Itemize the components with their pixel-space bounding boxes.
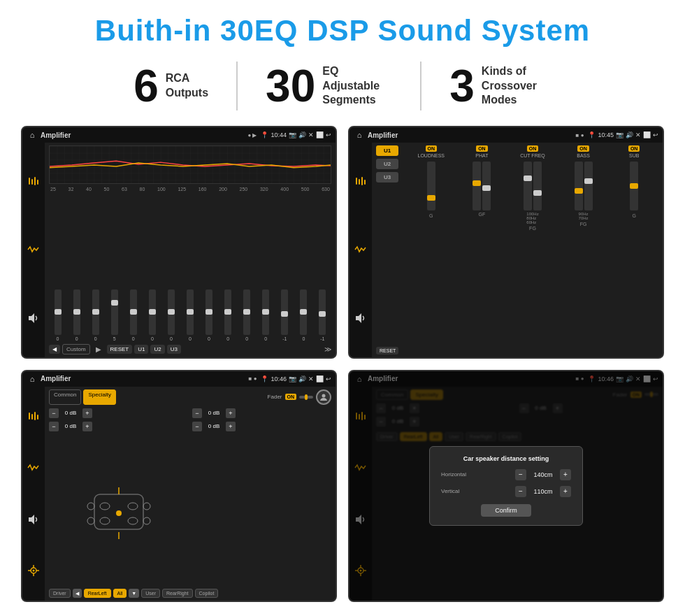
cutfreq-thumb-2	[533, 190, 542, 196]
sub-on[interactable]: ON	[628, 145, 640, 152]
tab-common[interactable]: Common	[49, 389, 81, 405]
bass-label: BASS	[577, 153, 590, 158]
slider-5[interactable]	[149, 289, 156, 335]
phat-slider-2[interactable]	[482, 162, 491, 210]
preset-u3[interactable]: U3	[376, 172, 398, 182]
reset-btn-2[interactable]: RESET	[376, 347, 398, 354]
fader-main: Common Specialty Fader ON	[45, 387, 336, 601]
preset-u1[interactable]: U1	[376, 145, 398, 156]
pin-icon-3: 📍	[261, 375, 268, 382]
dialog-horizontal-plus[interactable]: +	[560, 469, 571, 480]
slider-2[interactable]	[92, 289, 99, 335]
user-icon[interactable]	[316, 389, 331, 405]
fader-icon-3[interactable]	[26, 563, 41, 578]
dialog-vertical-plus[interactable]: +	[560, 486, 571, 497]
slider-12[interactable]	[281, 289, 288, 335]
preset-u2[interactable]: U2	[376, 159, 398, 169]
user-btn[interactable]: User	[141, 589, 160, 598]
slider-6[interactable]	[168, 289, 175, 335]
preset-label: Custom	[62, 344, 90, 354]
left-arrow-btn[interactable]: ◀	[73, 589, 82, 598]
slider-9[interactable]	[224, 289, 231, 335]
eq-icon-3[interactable]	[26, 408, 41, 424]
minus-btn-2[interactable]: −	[192, 408, 202, 418]
loudness-slider-1[interactable]	[427, 162, 435, 210]
copilot-btn[interactable]: Copilot	[195, 589, 219, 598]
wave-icon-3[interactable]	[26, 460, 41, 475]
loudness-on[interactable]: ON	[426, 145, 438, 152]
rearleft-btn[interactable]: RearLeft	[84, 589, 111, 598]
reset-btn[interactable]: RESET	[107, 345, 133, 354]
u2-btn[interactable]: U2	[150, 345, 164, 354]
cutfreq-on[interactable]: ON	[527, 145, 539, 152]
minus-btn-1[interactable]: −	[49, 422, 59, 431]
slider-1[interactable]	[73, 289, 80, 335]
slider-11[interactable]	[262, 289, 269, 335]
plus-btn-2[interactable]: +	[226, 408, 236, 418]
prev-btn[interactable]: ◀	[49, 345, 60, 354]
slider-10[interactable]	[243, 289, 250, 335]
cutfreq-label: CUT FREQ	[520, 153, 545, 158]
speaker-icon-3[interactable]	[26, 512, 41, 527]
minus-btn-0[interactable]: −	[49, 408, 59, 418]
phat-on[interactable]: ON	[476, 145, 488, 152]
slider-4[interactable]	[130, 289, 137, 335]
status-icons-3: 📍 10:46 📷 🔊 ✕ ⬜ ↩	[261, 375, 331, 382]
down-arrow-btn[interactable]: ▼	[129, 589, 139, 598]
sub-slider[interactable]	[630, 162, 638, 210]
slider-7[interactable]	[187, 289, 194, 335]
slider-3[interactable]	[111, 289, 118, 335]
dialog-vertical-control: − 110cm +	[515, 486, 571, 497]
cam-icon-1: 📷	[289, 131, 296, 138]
slider-col-14: -1	[319, 289, 326, 341]
fader-on-badge[interactable]: ON	[285, 394, 297, 400]
driver-btn[interactable]: Driver	[49, 589, 71, 598]
svg-rect-7	[359, 179, 360, 185]
u1-btn[interactable]: U1	[134, 345, 148, 354]
stat-number-rca: 6	[134, 64, 159, 108]
plus-btn-0[interactable]: +	[82, 408, 92, 418]
dialog-horizontal-minus[interactable]: −	[515, 469, 526, 480]
minus-btn-3[interactable]: −	[192, 422, 202, 431]
plus-btn-1[interactable]: +	[82, 422, 92, 431]
wave-icon-2[interactable]	[353, 242, 368, 257]
dialog-horizontal-label: Horizontal	[441, 471, 466, 478]
rearright-btn[interactable]: RearRight	[162, 589, 193, 598]
slider-0[interactable]	[55, 289, 62, 335]
slider-8[interactable]	[206, 289, 212, 335]
phat-slider-1[interactable]	[473, 162, 481, 210]
slider-13[interactable]	[300, 289, 307, 335]
thumb-9	[224, 309, 231, 315]
wave-icon[interactable]	[26, 242, 41, 257]
bass-col: ON BASS	[559, 145, 608, 354]
svg-rect-6	[356, 178, 357, 185]
cutfreq-slider-2[interactable]	[533, 162, 542, 210]
dialog-horizontal-row: Horizontal − 140cm +	[441, 469, 571, 480]
home-icon-1[interactable]: ⌂	[27, 129, 38, 141]
slider-col-12: -1	[281, 289, 288, 341]
stat-rca: 6 RCAOutputs	[106, 64, 236, 108]
bass-slider-1[interactable]	[575, 162, 583, 210]
eq-icon-2[interactable]	[353, 173, 368, 189]
play-btn[interactable]: ▶	[92, 344, 105, 354]
cam-icon-2: 📷	[616, 131, 623, 138]
all-btn[interactable]: All	[113, 589, 127, 598]
svg-point-26	[100, 503, 110, 510]
plus-btn-3[interactable]: +	[226, 422, 236, 431]
bass-slider-2[interactable]	[584, 162, 593, 210]
confirm-button[interactable]: Confirm	[481, 504, 531, 517]
slider-14[interactable]	[319, 289, 326, 335]
screen-distance: ⌂ Amplifier ■ ● 📍 10:46 📷 🔊 ✕ ⬜ ↩	[348, 370, 664, 603]
dialog-vertical-minus[interactable]: −	[515, 486, 526, 497]
eq-icon[interactable]	[26, 173, 41, 189]
home-icon-2[interactable]: ⌂	[354, 129, 365, 141]
page-wrapper: Buith-in 30EQ DSP Sound System 6 RCAOutp…	[0, 0, 685, 616]
cutfreq-slider-1[interactable]	[524, 162, 532, 210]
bass-on[interactable]: ON	[577, 145, 589, 152]
u3-btn[interactable]: U3	[167, 345, 181, 354]
speaker-icon[interactable]	[26, 310, 41, 326]
home-icon-3[interactable]: ⌂	[27, 373, 38, 385]
tab-specialty[interactable]: Specialty	[83, 389, 115, 405]
speaker-icon-2[interactable]	[353, 310, 368, 326]
speaker-diagram	[49, 435, 188, 587]
